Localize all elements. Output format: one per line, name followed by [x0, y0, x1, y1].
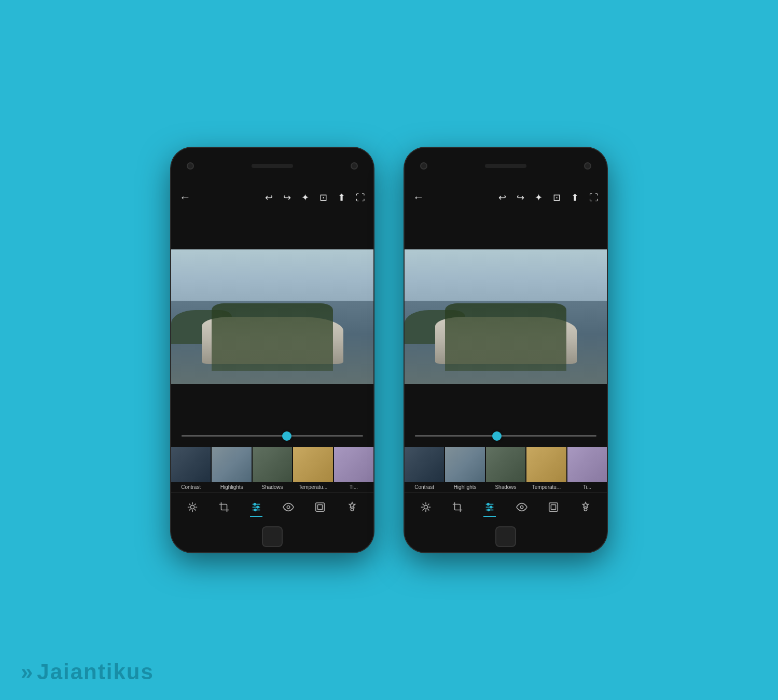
svg-rect-36 [551, 505, 556, 509]
svg-line-26 [428, 503, 429, 505]
phone-screen-right: ← ↩ ↪ ✦ ⊡ ⬆ ⛶ [405, 184, 607, 521]
home-button-right[interactable] [495, 526, 516, 547]
filter-label-temperature-right: Temperatu... [532, 484, 561, 490]
effects-icon-left[interactable] [183, 499, 202, 515]
back-icon-left[interactable]: ← [179, 191, 191, 204]
filter-shadows-right[interactable]: Shadows [486, 447, 525, 490]
svg-line-27 [422, 509, 424, 510]
watermark-chevrons: » [21, 660, 34, 684]
photo-right [405, 249, 607, 384]
camera-right-left [351, 162, 358, 170]
phone-top-right [405, 148, 607, 184]
back-icon-right[interactable]: ← [413, 191, 424, 204]
filter-temperature-left[interactable]: Temperatu... [293, 447, 332, 490]
slider-thumb-right[interactable] [492, 431, 502, 441]
slider-track-left[interactable] [182, 435, 363, 437]
eye-icon-right[interactable] [512, 499, 532, 515]
svg-point-18 [351, 508, 354, 511]
svg-point-33 [488, 509, 490, 511]
filter-label-contrast-right: Contrast [414, 484, 434, 490]
bottom-panel-left: Contrast Highlights Shadows Temperatu... [171, 423, 373, 521]
filter-highlights-right[interactable]: Highlights [445, 447, 484, 490]
undo-icon-left[interactable]: ↩ [265, 192, 273, 203]
magic-icon-right[interactable]: ✦ [535, 192, 543, 203]
slider-area-left [171, 423, 373, 447]
filter-contrast-right[interactable]: Contrast [405, 447, 444, 490]
filter-tint-left[interactable]: Ti... [334, 447, 373, 490]
watermark: » Jaiantikus [21, 660, 154, 684]
compare-icon-right[interactable]: ⊡ [553, 192, 561, 203]
filters-row-left: Contrast Highlights Shadows Temperatu... [171, 447, 373, 490]
trees-left [212, 303, 333, 371]
filter-tint-right[interactable]: Ti... [567, 447, 607, 490]
home-button-left[interactable] [262, 526, 283, 547]
svg-rect-17 [318, 505, 323, 509]
phone-right: ← ↩ ↪ ✦ ⊡ ⬆ ⛶ [405, 148, 607, 552]
svg-point-32 [490, 506, 492, 508]
filter-label-shadows-right: Shadows [495, 484, 516, 490]
effects-icon-right[interactable] [416, 499, 436, 515]
filter-contrast-left[interactable]: Contrast [171, 447, 211, 490]
toolbar-right: ← ↩ ↪ ✦ ⊡ ⬆ ⛶ [405, 184, 607, 211]
crop-icon-right[interactable] [448, 499, 467, 515]
slider-thumb-left[interactable] [282, 431, 291, 441]
frame-icon-right[interactable] [544, 499, 563, 515]
phone-screen-left: ← ↩ ↪ ✦ ⊡ ⬆ ⛶ [171, 184, 373, 521]
filter-temperature-right[interactable]: Temperatu... [526, 447, 566, 490]
slider-track-right[interactable] [415, 435, 596, 437]
filter-label-highlights-right: Highlights [454, 484, 477, 490]
svg-line-7 [195, 503, 196, 505]
bottom-panel-right: Contrast Highlights Shadows Temperatu... [405, 423, 607, 521]
filter-label-temperature-left: Temperatu... [299, 484, 328, 490]
svg-line-25 [428, 509, 429, 510]
fullscreen-icon-right[interactable]: ⛶ [589, 192, 599, 203]
filter-label-shadows-left: Shadows [261, 484, 283, 490]
magic-icon-left[interactable]: ✦ [301, 192, 309, 203]
watermark-text: Jaiantikus [37, 660, 154, 684]
phones-container: ← ↩ ↪ ✦ ⊡ ⬆ ⛶ [171, 148, 607, 552]
adjust-icon-left[interactable] [246, 499, 266, 515]
slider-fill-left [182, 435, 287, 437]
phone-left: ← ↩ ↪ ✦ ⊡ ⬆ ⛶ [171, 148, 373, 552]
svg-line-6 [195, 509, 196, 510]
frame-icon-left[interactable] [310, 499, 330, 515]
svg-point-37 [584, 508, 587, 511]
filter-thumb-shadows-left [253, 447, 292, 482]
filter-label-tint-left: Ti... [350, 484, 358, 490]
filter-thumb-contrast-left [171, 447, 211, 482]
compare-icon-left[interactable]: ⊡ [319, 192, 327, 203]
filter-thumb-temperature-left [293, 447, 332, 482]
filter-label-tint-right: Ti... [583, 484, 591, 490]
healing-icon-left[interactable] [342, 499, 362, 515]
healing-icon-right[interactable] [576, 499, 595, 515]
fullscreen-icon-left[interactable]: ⛶ [356, 192, 365, 203]
slider-fill-right [415, 435, 497, 437]
phone-bottom-left [171, 521, 373, 552]
filter-shadows-left[interactable]: Shadows [253, 447, 292, 490]
filter-highlights-left[interactable]: Highlights [212, 447, 251, 490]
share-icon-left[interactable]: ⬆ [338, 192, 345, 203]
svg-point-34 [520, 506, 523, 509]
svg-point-15 [287, 506, 290, 509]
filter-thumb-tint-right [567, 447, 607, 482]
camera-right [420, 162, 427, 170]
undo-icon-right[interactable]: ↩ [498, 192, 506, 203]
crop-icon-left[interactable] [214, 499, 234, 515]
adjust-icon-right[interactable] [480, 499, 499, 515]
filter-thumb-contrast-right [405, 447, 444, 482]
svg-point-14 [254, 509, 256, 511]
toolbar-left: ← ↩ ↪ ✦ ⊡ ⬆ ⛶ [171, 184, 373, 211]
trees-right [445, 303, 566, 371]
redo-icon-left[interactable]: ↪ [283, 192, 291, 203]
svg-point-13 [257, 506, 259, 508]
photo-area-left [171, 211, 373, 423]
eye-icon-left[interactable] [279, 499, 298, 515]
filter-label-highlights-left: Highlights [220, 484, 243, 490]
speaker-left [252, 164, 293, 168]
camera-right-right [584, 162, 591, 170]
filter-thumb-highlights-left [212, 447, 251, 482]
phone-top-left [171, 148, 373, 184]
redo-icon-right[interactable]: ↪ [517, 192, 524, 203]
filters-row-right: Contrast Highlights Shadows Temperatu... [405, 447, 607, 490]
share-icon-right[interactable]: ⬆ [571, 192, 579, 203]
